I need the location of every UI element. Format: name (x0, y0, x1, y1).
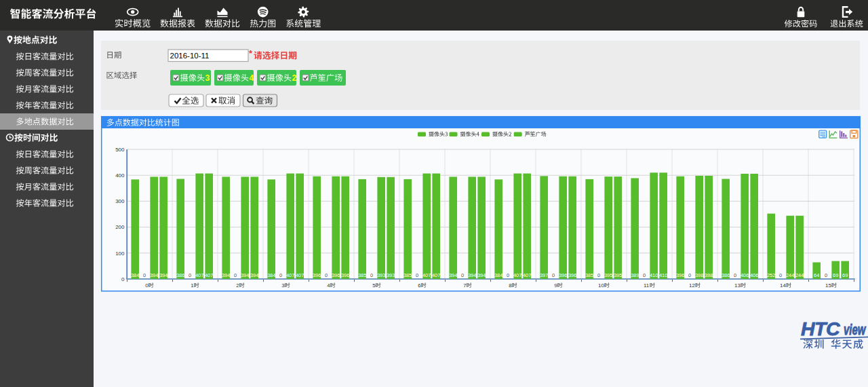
svg-text:407: 407 (205, 272, 214, 278)
svg-text:384: 384 (494, 272, 503, 278)
svg-text:393: 393 (387, 272, 395, 278)
svg-text:398: 398 (695, 272, 704, 278)
svg-text:13: 13 (734, 282, 741, 289)
svg-text:0: 0 (189, 272, 191, 278)
svg-text:407: 407 (422, 272, 431, 278)
svg-text:394: 394 (222, 272, 231, 278)
svg-text:0: 0 (825, 272, 827, 278)
svg-text:386: 386 (722, 272, 730, 278)
svg-text:10: 10 (598, 282, 604, 289)
svg-text:394: 394 (477, 272, 486, 278)
svg-text:0: 0 (234, 272, 237, 278)
svg-text:384: 384 (267, 272, 276, 278)
svg-text:4: 4 (250, 73, 254, 83)
svg-text:407: 407 (296, 272, 304, 278)
svg-text:0: 0 (416, 272, 418, 278)
svg-text:394: 394 (250, 272, 259, 278)
svg-text:244: 244 (795, 272, 804, 278)
svg-text:0: 0 (552, 272, 555, 278)
svg-text:394: 394 (449, 272, 458, 278)
svg-text:394: 394 (468, 272, 477, 278)
svg-text:398: 398 (705, 272, 713, 278)
svg-text:4: 4 (327, 282, 330, 289)
svg-text:252: 252 (767, 272, 776, 278)
svg-text:394: 394 (150, 272, 159, 278)
svg-text:64: 64 (814, 272, 819, 278)
svg-text:410: 410 (650, 272, 658, 278)
svg-text:500: 500 (115, 147, 125, 153)
svg-text:394: 394 (241, 272, 250, 278)
svg-text:385: 385 (358, 272, 367, 278)
svg-text:2: 2 (292, 73, 297, 83)
svg-text:386: 386 (176, 272, 185, 278)
svg-text:6: 6 (418, 282, 421, 289)
svg-text:100: 100 (115, 251, 125, 257)
svg-text:407: 407 (513, 272, 522, 278)
svg-text:200: 200 (115, 224, 125, 230)
svg-text:69: 69 (842, 272, 848, 278)
svg-text:406: 406 (741, 272, 749, 278)
svg-text:0: 0 (507, 272, 509, 278)
svg-text:397: 397 (540, 272, 549, 278)
svg-text:407: 407 (432, 272, 441, 278)
svg-text:14: 14 (780, 282, 786, 289)
svg-text:7: 7 (463, 282, 467, 289)
svg-text:407: 407 (286, 272, 295, 278)
svg-text:HTC: HTC (801, 318, 840, 339)
svg-text:1: 1 (191, 282, 194, 289)
svg-text:15: 15 (825, 282, 831, 289)
svg-text:12: 12 (689, 282, 695, 289)
svg-text:385: 385 (403, 272, 412, 278)
svg-text:9: 9 (554, 282, 557, 289)
svg-text:394: 394 (159, 272, 168, 278)
svg-text:389: 389 (631, 272, 639, 278)
svg-text:244: 244 (786, 272, 795, 278)
svg-text:400: 400 (115, 172, 125, 179)
svg-text:393: 393 (377, 272, 386, 278)
svg-text:0: 0 (779, 272, 782, 278)
svg-text:300: 300 (115, 198, 125, 204)
svg-text:0: 0 (145, 282, 149, 289)
svg-text:2: 2 (236, 282, 239, 289)
svg-text:0: 0 (643, 272, 646, 278)
svg-text:385: 385 (585, 272, 594, 278)
svg-text:396: 396 (313, 272, 321, 278)
svg-text:0: 0 (734, 272, 736, 278)
svg-text:396: 396 (559, 272, 568, 278)
svg-text:11: 11 (644, 282, 650, 289)
svg-text:69: 69 (833, 272, 838, 278)
svg-text:396: 396 (568, 272, 577, 278)
svg-text:8: 8 (509, 282, 512, 289)
svg-text:0: 0 (597, 272, 600, 278)
svg-text:395: 395 (614, 272, 623, 278)
svg-text:0: 0 (461, 272, 464, 278)
svg-text:5: 5 (372, 282, 376, 289)
svg-text:396: 396 (332, 272, 340, 278)
svg-text:384: 384 (131, 272, 140, 278)
svg-text:0: 0 (688, 272, 691, 278)
svg-text:0: 0 (370, 272, 373, 278)
svg-text:3: 3 (281, 282, 285, 289)
svg-text:2016-10-11: 2016-10-11 (170, 52, 210, 60)
svg-text:3: 3 (205, 73, 210, 83)
svg-text:0: 0 (143, 272, 146, 278)
svg-text:0: 0 (325, 272, 328, 278)
svg-text:410: 410 (659, 272, 668, 278)
svg-text:0: 0 (121, 276, 125, 282)
svg-text:0: 0 (279, 272, 282, 278)
svg-text:406: 406 (750, 272, 759, 278)
svg-text:407: 407 (523, 272, 532, 278)
svg-text:396: 396 (676, 272, 685, 278)
svg-text:view: view (844, 321, 867, 338)
svg-text:395: 395 (604, 272, 613, 278)
svg-text:396: 396 (341, 272, 350, 278)
svg-text:407: 407 (195, 272, 204, 278)
